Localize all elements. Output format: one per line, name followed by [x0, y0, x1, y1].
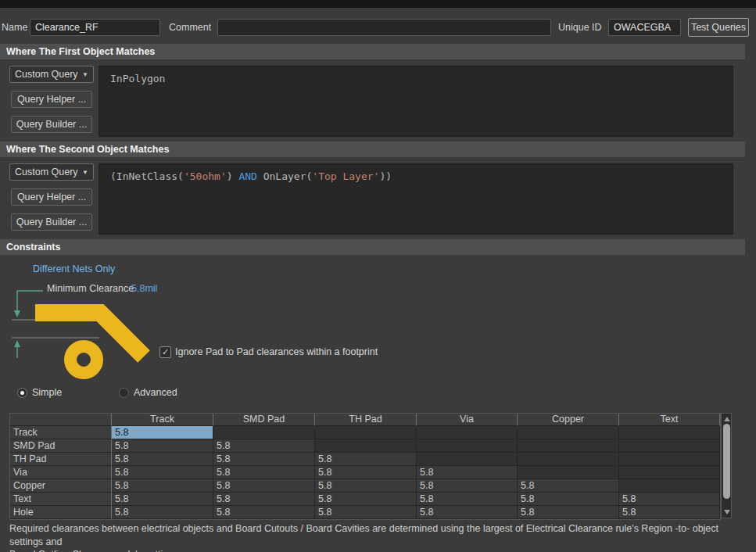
matrix-cell-track-smd-pad[interactable] — [213, 426, 315, 439]
table-vertical-scrollbar[interactable] — [721, 413, 732, 518]
query-token-plain: InPolygon — [110, 73, 165, 84]
matrix-cell-copper-via[interactable]: 5.8 — [417, 479, 518, 493]
matrix-cell-smd-pad-text[interactable] — [619, 439, 720, 453]
matrix-cell-via-via[interactable]: 5.8 — [417, 466, 518, 479]
matrix-cell-track-via[interactable] — [417, 426, 518, 439]
matrix-cell-track-copper[interactable] — [518, 426, 619, 439]
matrix-cell-copper-smd-pad[interactable]: 5.8 — [213, 479, 315, 493]
column-header-copper: Copper — [518, 414, 619, 426]
matrix-cell-hole-text[interactable]: 5.8 — [619, 506, 720, 519]
matrix-cell-smd-pad-via[interactable] — [417, 439, 518, 453]
table-row-track: Track5.8 — [10, 426, 720, 439]
second-query-helper-button[interactable]: Query Helper ... — [11, 188, 92, 206]
column-header-smd-pad: SMD Pad — [213, 414, 315, 426]
column-header-via: Via — [417, 414, 518, 426]
table-row-smd-pad: SMD Pad5.85.8 — [10, 439, 720, 453]
matrix-cell-text-copper[interactable]: 5.8 — [518, 493, 619, 506]
query-token-string: '50ohm' — [184, 170, 227, 182]
second-dropdown-value: Custom Query — [15, 167, 78, 177]
first-object-section-header: Where The First Object Matches — [0, 44, 745, 59]
column-header-th-pad: TH Pad — [315, 414, 417, 426]
matrix-cell-th-pad-track[interactable]: 5.8 — [112, 453, 213, 466]
matrix-cell-copper-copper[interactable]: 5.8 — [518, 479, 619, 493]
different-nets-only-label: Different Nets Only — [33, 263, 115, 274]
query-token-string: 'Top Layer' — [312, 170, 379, 182]
matrix-cell-smd-pad-th-pad[interactable] — [315, 439, 417, 453]
test-queries-button[interactable]: Test Queries — [688, 18, 749, 37]
matrix-cell-copper-text[interactable] — [619, 479, 720, 493]
scrollbar-thumb[interactable] — [723, 424, 730, 499]
second-query-builder-button[interactable]: Query Builder ... — [11, 213, 92, 231]
matrix-cell-via-th-pad[interactable]: 5.8 — [315, 466, 417, 479]
mode-simple-label: Simple — [32, 387, 62, 398]
ignore-pad-to-pad-label: Ignore Pad to Pad clearances within a fo… — [175, 346, 378, 357]
chevron-down-icon: ▼ — [82, 169, 88, 176]
mode-advanced-label: Advanced — [134, 387, 177, 398]
matrix-cell-smd-pad-track[interactable]: 5.8 — [112, 439, 213, 453]
matrix-cell-via-text[interactable] — [619, 466, 720, 479]
query-token-plain: ) — [227, 170, 239, 182]
table-row-th-pad: TH Pad5.85.85.8 — [10, 453, 720, 466]
matrix-cell-copper-track[interactable]: 5.8 — [112, 479, 213, 493]
mode-simple-radio[interactable] — [17, 388, 27, 398]
unique-id-label: Unique ID — [558, 19, 602, 36]
matrix-cell-copper-th-pad[interactable]: 5.8 — [315, 479, 417, 493]
matrix-cell-text-via[interactable]: 5.8 — [417, 493, 518, 506]
top-window-strip — [0, 0, 756, 8]
comment-label: Comment — [169, 19, 211, 36]
ignore-pad-to-pad-checkbox[interactable]: ✓ — [159, 346, 171, 358]
matrix-cell-th-pad-copper[interactable] — [518, 453, 619, 466]
matrix-cell-th-pad-text[interactable] — [619, 453, 720, 466]
first-query-helper-button[interactable]: Query Helper ... — [11, 91, 92, 108]
matrix-cell-hole-copper[interactable]: 5.8 — [518, 506, 619, 519]
clearance-illustration — [0, 281, 313, 391]
matrix-cell-th-pad-smd-pad[interactable]: 5.8 — [213, 453, 315, 466]
scroll-up-arrow-icon[interactable] — [724, 417, 730, 421]
first-query-scope-dropdown[interactable]: Custom Query ▼ — [9, 66, 94, 83]
arrow-up-icon — [14, 340, 20, 347]
matrix-cell-track-track[interactable]: 5.8 — [112, 426, 213, 439]
matrix-cell-th-pad-th-pad[interactable]: 5.8 — [315, 453, 417, 466]
matrix-cell-hole-smd-pad[interactable]: 5.8 — [213, 506, 315, 519]
matrix-cell-smd-pad-copper[interactable] — [518, 439, 619, 453]
matrix-cell-via-copper[interactable] — [518, 466, 619, 479]
matrix-cell-track-th-pad[interactable] — [315, 426, 417, 439]
footer-note: Required clearances between electrical o… — [9, 522, 736, 552]
comment-input[interactable] — [217, 19, 551, 36]
matrix-cell-via-smd-pad[interactable]: 5.8 — [213, 466, 315, 479]
chevron-down-icon: ▼ — [82, 71, 88, 78]
footer-note-line: Required clearances between electrical o… — [9, 522, 736, 548]
copper-pad-graphic — [70, 346, 97, 373]
row-label: Hole — [10, 506, 112, 519]
first-query-editor[interactable]: InPolygon — [99, 66, 733, 137]
matrix-cell-text-smd-pad[interactable]: 5.8 — [213, 493, 315, 506]
matrix-cell-text-th-pad[interactable]: 5.8 — [315, 493, 417, 506]
table-row-hole: Hole5.85.85.85.85.85.8 — [10, 506, 720, 519]
scroll-down-arrow-icon[interactable] — [724, 510, 730, 514]
unique-id-input[interactable] — [608, 19, 681, 36]
matrix-cell-hole-via[interactable]: 5.8 — [417, 506, 518, 519]
name-input[interactable] — [30, 19, 160, 36]
matrix-cell-hole-th-pad[interactable]: 5.8 — [315, 506, 417, 519]
first-query-builder-button[interactable]: Query Builder ... — [11, 116, 92, 133]
matrix-cell-via-track[interactable]: 5.8 — [112, 466, 213, 479]
radio-dot — [20, 391, 24, 395]
matrix-cell-text-track[interactable]: 5.8 — [112, 493, 213, 506]
matrix-cell-track-text[interactable] — [619, 426, 720, 439]
table-row-copper: Copper5.85.85.85.85.8 — [10, 479, 720, 493]
matrix-cell-smd-pad-smd-pad[interactable]: 5.8 — [213, 439, 315, 453]
matrix-cell-th-pad-via[interactable] — [417, 453, 518, 466]
query-token-keyword: AND — [238, 170, 256, 182]
second-query-scope-dropdown[interactable]: Custom Query ▼ — [9, 163, 94, 181]
row-label: Via — [10, 466, 112, 479]
mode-advanced-radio[interactable] — [119, 388, 129, 398]
row-label: Text — [10, 493, 112, 506]
row-label: Track — [10, 426, 112, 439]
first-dropdown-value: Custom Query — [15, 69, 78, 80]
matrix-cell-text-text[interactable]: 5.8 — [619, 493, 720, 506]
column-header-track: Track — [112, 414, 213, 426]
matrix-cell-hole-track[interactable]: 5.8 — [112, 506, 213, 519]
second-query-editor[interactable]: (InNetClass('50ohm') AND OnLayer('Top La… — [99, 163, 733, 235]
constraints-section-header: Constraints — [0, 239, 745, 255]
footer-note-line: Board Outline Clearance rule's settings. — [9, 548, 736, 552]
